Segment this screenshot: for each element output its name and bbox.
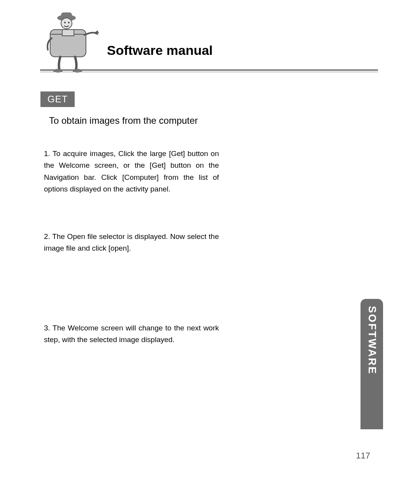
header-rule-light bbox=[40, 72, 378, 72]
svg-rect-6 bbox=[62, 30, 74, 36]
side-tab-software: SOFTWARE bbox=[360, 299, 383, 429]
side-tab-label: SOFTWARE bbox=[366, 306, 378, 375]
step-2-text: 2. The Open file selector is displayed. … bbox=[44, 231, 219, 255]
page-title: Software manual bbox=[107, 43, 213, 58]
section-subheading: To obtain images from the computer bbox=[49, 115, 198, 126]
page-number: 117 bbox=[356, 451, 370, 461]
svg-point-3 bbox=[64, 22, 66, 23]
header-rule-dark bbox=[40, 69, 378, 71]
mascot-illustration bbox=[41, 11, 103, 73]
step-1-text: 1. To acquire images, Click the large [G… bbox=[44, 148, 219, 195]
step-3-text: 3. The Welcome screen will change to the… bbox=[44, 322, 219, 346]
svg-point-4 bbox=[68, 22, 70, 23]
svg-point-2 bbox=[61, 18, 72, 29]
section-label-get: GET bbox=[40, 91, 75, 107]
manual-page: Software manual GET To obtain images fro… bbox=[0, 0, 420, 504]
